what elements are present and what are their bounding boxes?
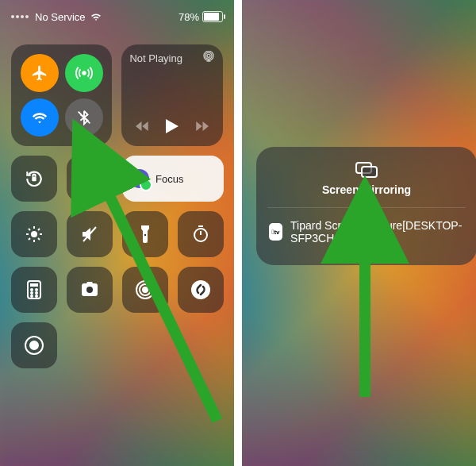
status-bar: No Service 78% xyxy=(11,8,223,25)
mute-button[interactable] xyxy=(67,211,113,257)
bluetooth-toggle[interactable] xyxy=(65,98,103,137)
svg-point-24 xyxy=(31,289,33,291)
shazam-button[interactable] xyxy=(178,267,224,313)
svg-point-36 xyxy=(30,341,38,349)
svg-rect-7 xyxy=(85,175,99,186)
svg-point-3 xyxy=(205,52,212,59)
airplay-icon[interactable] xyxy=(202,51,215,62)
timer-button[interactable] xyxy=(178,211,224,257)
screen-record-button[interactable] xyxy=(11,322,57,368)
carrier-label: No Service xyxy=(35,11,86,23)
svg-line-14 xyxy=(38,238,40,240)
screen-mirroring-card: Screen Mirroring tv Tipard Screen Captu… xyxy=(256,147,476,265)
battery-percent: 78% xyxy=(178,11,199,23)
screen-mirroring-icon xyxy=(355,161,378,179)
focus-icon xyxy=(130,169,149,188)
control-center-screen: No Service 78% xyxy=(0,0,234,466)
image-gap xyxy=(234,0,242,466)
focus-button[interactable]: Focus xyxy=(122,156,224,202)
svg-point-0 xyxy=(83,71,86,75)
wifi-icon xyxy=(90,13,102,21)
svg-point-8 xyxy=(31,231,37,237)
screen-mirroring-button[interactable] xyxy=(67,156,113,202)
svg-point-29 xyxy=(36,295,37,297)
calculator-button[interactable] xyxy=(11,267,57,313)
battery-icon xyxy=(202,11,223,22)
media-panel[interactable]: Not Playing xyxy=(121,44,223,146)
airplane-mode-toggle[interactable] xyxy=(21,54,59,92)
orientation-lock-button[interactable] xyxy=(11,156,57,202)
accessibility-button[interactable] xyxy=(122,267,168,313)
mirroring-device-row[interactable]: tv Tipard Screen Capture[DESKTOP-SFP3CH… xyxy=(256,208,476,256)
svg-line-16 xyxy=(38,229,40,230)
apple-tv-icon: tv xyxy=(269,223,282,241)
screen-mirroring-screen: Screen Mirroring tv Tipard Screen Captu… xyxy=(242,0,476,466)
svg-point-26 xyxy=(31,292,33,294)
svg-point-33 xyxy=(143,287,148,292)
svg-point-34 xyxy=(191,280,210,299)
screen-mirroring-title: Screen Mirroring xyxy=(322,183,411,196)
svg-line-15 xyxy=(29,238,30,240)
flashlight-button[interactable] xyxy=(122,211,168,257)
rewind-button[interactable] xyxy=(136,121,150,132)
svg-point-2 xyxy=(207,54,210,57)
play-button[interactable] xyxy=(166,119,178,133)
cellular-data-toggle[interactable] xyxy=(65,54,103,92)
svg-line-13 xyxy=(29,229,30,230)
forward-button[interactable] xyxy=(194,121,209,132)
mirroring-device-label: Tipard Screen Capture[DESKTOP-SFP3CHJ] xyxy=(290,219,464,245)
wifi-toggle[interactable] xyxy=(21,98,59,137)
focus-label: Focus xyxy=(155,173,183,185)
brightness-button[interactable] xyxy=(11,211,57,257)
svg-rect-23 xyxy=(30,283,38,287)
camera-button[interactable] xyxy=(67,267,113,313)
svg-point-25 xyxy=(36,289,37,291)
svg-point-18 xyxy=(144,234,146,236)
svg-rect-38 xyxy=(362,167,377,177)
svg-point-27 xyxy=(36,292,37,294)
svg-point-30 xyxy=(86,287,93,293)
svg-point-28 xyxy=(31,295,33,297)
svg-rect-5 xyxy=(32,177,36,181)
signal-dots-icon xyxy=(11,15,29,18)
connectivity-panel[interactable] xyxy=(11,44,112,146)
